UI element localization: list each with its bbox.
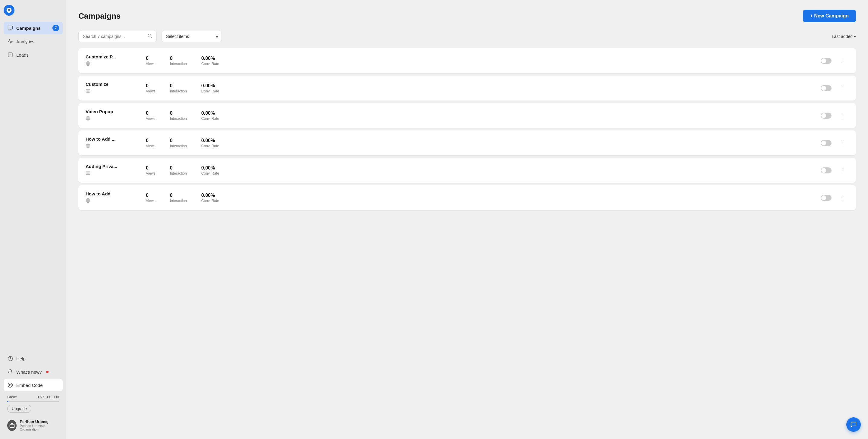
search-box	[79, 31, 157, 42]
campaign-list: Customize P... 0 Views 0 Interaction 0.0…	[79, 48, 856, 210]
sidebar-item-leads[interactable]: Leads	[4, 49, 63, 61]
campaign-toggle[interactable]	[821, 140, 832, 146]
conv-rate-label: Conv. Rate	[201, 171, 219, 175]
sidebar: Campaigns 7 Analytics Leads Help What's …	[0, 0, 66, 439]
plan-section: Basic 15 / 100.000 Upgrade	[4, 392, 63, 415]
stat-group: 0 Views 0 Interaction 0.00% Conv. Rate	[146, 56, 815, 66]
sort-button[interactable]: Last added ▾	[832, 34, 856, 39]
stat-group: 0 Views 0 Interaction 0.00% Conv. Rate	[146, 138, 815, 148]
globe-icon	[86, 89, 140, 95]
leads-icon	[7, 52, 13, 58]
conv-rate-label: Conv. Rate	[201, 62, 219, 66]
campaign-toggle[interactable]	[821, 58, 832, 64]
more-options-button[interactable]: ⋮	[838, 193, 849, 203]
campaign-info: How to Add ...	[86, 136, 140, 149]
campaign-name: Customize P...	[86, 54, 140, 59]
filter-bar: Select items Last added ▾	[79, 31, 856, 42]
views-label: Views	[146, 89, 156, 93]
sidebar-item-whats-new-label: What's new?	[16, 369, 42, 375]
plan-bar	[7, 401, 59, 402]
stat-interaction: 0 Interaction	[170, 83, 187, 93]
sort-label: Last added	[832, 34, 852, 39]
sidebar-item-embed-code[interactable]: Embed Code	[4, 379, 63, 391]
conv-rate-label: Conv. Rate	[201, 89, 219, 93]
page-title: Campaigns	[79, 11, 121, 21]
svg-line-7	[11, 383, 12, 384]
new-campaign-button[interactable]: + New Campaign	[803, 10, 856, 22]
whats-new-dot	[46, 371, 49, 373]
conv-rate-label: Conv. Rate	[201, 199, 219, 203]
user-info: Perihan Uramış Perihan Uramış's Organiza…	[20, 419, 59, 431]
campaign-toggle[interactable]	[821, 195, 832, 201]
sidebar-item-analytics[interactable]: Analytics	[4, 36, 63, 47]
stat-views: 0 Views	[146, 83, 156, 93]
campaign-name: Customize	[86, 81, 140, 87]
conv-rate-value: 0.00%	[201, 56, 219, 61]
stat-views: 0 Views	[146, 165, 156, 175]
chat-button[interactable]	[846, 417, 861, 432]
select-items-dropdown[interactable]: Select items	[161, 31, 222, 42]
sidebar-item-campaigns-label: Campaigns	[16, 26, 41, 31]
globe-icon	[86, 198, 140, 204]
views-label: Views	[146, 62, 156, 66]
svg-line-11	[151, 37, 152, 38]
more-options-button[interactable]: ⋮	[838, 138, 849, 148]
interaction-label: Interaction	[170, 199, 187, 203]
views-label: Views	[146, 199, 156, 203]
stat-interaction: 0 Interaction	[170, 110, 187, 121]
interaction-label: Interaction	[170, 144, 187, 148]
stat-group: 0 Views 0 Interaction 0.00% Conv. Rate	[146, 193, 815, 203]
interaction-value: 0	[170, 193, 187, 198]
more-options-button[interactable]: ⋮	[838, 56, 849, 66]
stat-conv-rate: 0.00% Conv. Rate	[201, 193, 219, 203]
sidebar-bottom: Help What's new? Embed Code Basic 15 / 1…	[4, 352, 63, 434]
sidebar-item-analytics-label: Analytics	[16, 39, 34, 44]
bell-icon	[7, 369, 13, 375]
campaign-toggle[interactable]	[821, 167, 832, 173]
user-section: Perihan Uramış Perihan Uramış's Organiza…	[4, 416, 63, 434]
views-value: 0	[146, 110, 156, 116]
conv-rate-value: 0.00%	[201, 83, 219, 89]
main-content: Campaigns + New Campaign Select items La…	[66, 0, 868, 439]
campaign-name: Video Popup	[86, 109, 140, 114]
stat-conv-rate: 0.00% Conv. Rate	[201, 138, 219, 148]
search-input[interactable]	[83, 34, 145, 39]
conv-rate-value: 0.00%	[201, 138, 219, 143]
campaign-info: How to Add	[86, 191, 140, 204]
conv-rate-value: 0.00%	[201, 193, 219, 198]
interaction-label: Interaction	[170, 171, 187, 175]
sidebar-item-whats-new[interactable]: What's new?	[4, 366, 63, 378]
views-value: 0	[146, 165, 156, 171]
app-logo[interactable]	[4, 5, 14, 16]
globe-icon	[86, 61, 140, 67]
views-value: 0	[146, 83, 156, 89]
campaign-info: Video Popup	[86, 109, 140, 122]
views-label: Views	[146, 144, 156, 148]
conv-rate-value: 0.00%	[201, 165, 219, 171]
campaign-toggle[interactable]	[821, 112, 832, 119]
svg-point-10	[148, 34, 151, 37]
avatar	[7, 420, 17, 431]
views-label: Views	[146, 116, 156, 121]
upgrade-button[interactable]: Upgrade	[7, 405, 31, 413]
more-options-button[interactable]: ⋮	[838, 111, 849, 121]
campaigns-badge: 7	[53, 25, 59, 31]
interaction-value: 0	[170, 165, 187, 171]
conv-rate-label: Conv. Rate	[201, 144, 219, 148]
more-options-button[interactable]: ⋮	[838, 83, 849, 93]
more-options-button[interactable]: ⋮	[838, 166, 849, 175]
globe-icon	[86, 143, 140, 149]
campaign-toggle[interactable]	[821, 85, 832, 91]
sidebar-item-campaigns[interactable]: Campaigns 7	[4, 22, 63, 34]
views-value: 0	[146, 138, 156, 143]
campaign-card: How to Add ... 0 Views 0 Interaction 0.0…	[79, 130, 856, 155]
sidebar-item-help[interactable]: Help	[4, 352, 63, 365]
views-label: Views	[146, 171, 156, 175]
plan-name: Basic	[7, 395, 17, 399]
svg-line-8	[9, 386, 10, 386]
interaction-value: 0	[170, 56, 187, 61]
analytics-icon	[7, 38, 13, 44]
stat-group: 0 Views 0 Interaction 0.00% Conv. Rate	[146, 110, 815, 121]
svg-line-5	[9, 383, 10, 384]
views-value: 0	[146, 56, 156, 61]
